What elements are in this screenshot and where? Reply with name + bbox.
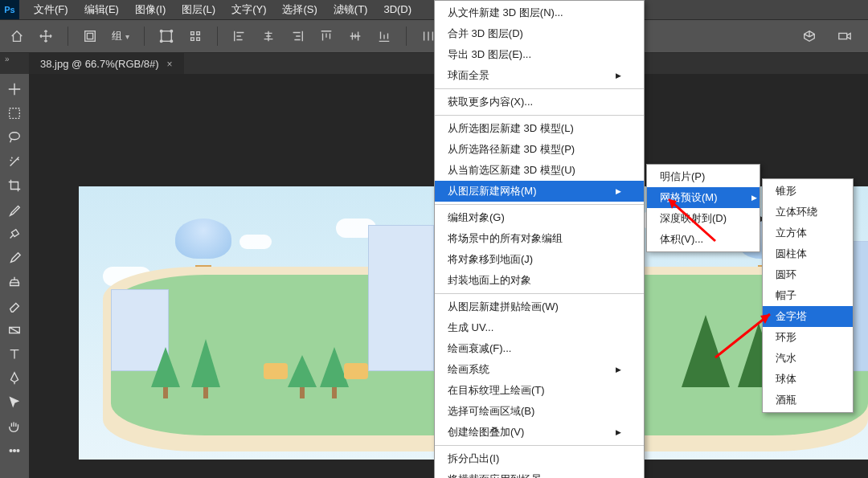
align-bottom-icon[interactable] xyxy=(377,29,391,43)
3d-menu-item-label: 选择可绘画区域(B) xyxy=(448,404,534,419)
3d-menu-item-19[interactable]: 绘画衰减(F)... xyxy=(435,338,644,359)
crop-tool[interactable] xyxy=(3,175,26,196)
mesh-submenu-item-2[interactable]: 深度映射到(D) xyxy=(647,208,760,229)
3d-menu-item-18[interactable]: 生成 UV... xyxy=(435,317,644,338)
document-tab[interactable]: 38.jpg @ 66.7%(RGB/8#) × xyxy=(29,53,184,76)
eraser-tool[interactable] xyxy=(3,296,26,317)
preset-submenu-item-6[interactable]: 金字塔 xyxy=(763,306,853,327)
3d-menu-item-20[interactable]: 绘画系统 xyxy=(435,359,644,380)
3d-menu-item-9[interactable]: 从当前选区新建 3D 模型(U) xyxy=(435,160,644,181)
align-center-h-icon[interactable] xyxy=(261,29,276,43)
move-icon[interactable] xyxy=(39,29,53,43)
clone-stamp-tool[interactable] xyxy=(3,272,26,292)
menu-file[interactable]: 文件(F) xyxy=(26,0,76,19)
3d-menu-item-label: 从图层新建网格(M) xyxy=(448,184,537,198)
menu-3d[interactable]: 3D(D) xyxy=(375,0,420,19)
gradient-tool[interactable] xyxy=(3,320,26,341)
autoselect-label: 组 xyxy=(112,29,122,43)
align-top-icon[interactable] xyxy=(319,29,334,43)
preset-submenu-item-label: 汽水 xyxy=(776,351,796,366)
preset-submenu-item-label: 锥形 xyxy=(776,184,796,198)
eyedropper-tool[interactable] xyxy=(3,199,26,220)
marquee-tool[interactable] xyxy=(3,103,26,124)
align-middle-v-icon[interactable] xyxy=(348,29,362,43)
separator xyxy=(217,27,218,46)
move-tool[interactable] xyxy=(3,79,26,100)
mesh-submenu-item-1[interactable]: 网格预设(M) xyxy=(647,187,760,208)
preset-submenu-item-3[interactable]: 圆柱体 xyxy=(763,243,853,264)
3d-menu-item-label: 在目标纹理上绘画(T) xyxy=(448,383,545,398)
menu-separator xyxy=(435,204,644,205)
autoselect-dropdown[interactable]: 组 xyxy=(112,29,129,43)
preset-submenu-item-0[interactable]: 锥形 xyxy=(763,181,853,202)
lasso-tool[interactable] xyxy=(3,127,26,148)
align-left-icon[interactable] xyxy=(232,29,247,43)
3d-menu-item-2[interactable]: 导出 3D 图层(E)... xyxy=(435,44,644,65)
preset-submenu-item-1[interactable]: 立体环绕 xyxy=(763,202,853,223)
preset-submenu-item-8[interactable]: 汽水 xyxy=(763,348,853,369)
preset-submenu-item-label: 圆柱体 xyxy=(776,247,807,261)
menu-layer[interactable]: 图层(L) xyxy=(174,0,223,19)
preset-submenu-item-2[interactable]: 立方体 xyxy=(763,223,853,243)
menu-select[interactable]: 选择(S) xyxy=(274,0,325,19)
3d-menu-item-label: 从当前选区新建 3D 模型(U) xyxy=(448,163,575,178)
healing-tool[interactable] xyxy=(3,223,26,244)
3d-menu-item-8[interactable]: 从所选路径新建 3D 模型(P) xyxy=(435,139,644,160)
mesh-submenu-item-3[interactable]: 体积(V)... xyxy=(647,229,760,250)
app-logo: Ps xyxy=(0,0,19,19)
type-tool[interactable] xyxy=(3,344,26,365)
preset-submenu-item-4[interactable]: 圆环 xyxy=(763,264,853,285)
3d-mode-icon[interactable] xyxy=(802,29,817,43)
menu-type[interactable]: 文字(Y) xyxy=(223,0,274,19)
more-tools[interactable] xyxy=(3,440,26,461)
3d-menu-item-label: 导出 3D 图层(E)... xyxy=(448,47,531,62)
home-icon[interactable] xyxy=(10,29,24,43)
hand-tool[interactable] xyxy=(3,416,26,437)
3d-menu-item-7[interactable]: 从所选图层新建 3D 模型(L) xyxy=(435,118,644,139)
preset-submenu-item-7[interactable]: 环形 xyxy=(763,327,853,348)
tools-panel xyxy=(0,74,29,478)
camera-icon[interactable] xyxy=(837,29,852,43)
auto-select-icon[interactable] xyxy=(83,29,97,43)
menu-separator xyxy=(435,445,644,446)
align-right-icon[interactable] xyxy=(290,29,305,43)
3d-menu-item-label: 将横截面应用到场景 xyxy=(448,472,542,478)
3d-menu-item-12[interactable]: 编组对象(G) xyxy=(435,207,644,228)
3d-menu-item-10[interactable]: 从图层新建网格(M) xyxy=(435,181,644,202)
3d-menu-item-17[interactable]: 从图层新建拼贴绘画(W) xyxy=(435,296,644,317)
mesh-preset-submenu: 锥形立体环绕立方体圆柱体圆环帽子金字塔环形汽水球体酒瓶 xyxy=(762,178,854,413)
menu-edit[interactable]: 编辑(E) xyxy=(76,0,127,19)
menu-image[interactable]: 图像(I) xyxy=(127,0,174,19)
3d-menu-item-15[interactable]: 封装地面上的对象 xyxy=(435,270,644,291)
preset-submenu-item-label: 环形 xyxy=(776,330,796,345)
3d-menu-item-25[interactable]: 拆分凸出(I) xyxy=(435,448,644,469)
separator xyxy=(406,27,407,46)
3d-menu-item-0[interactable]: 从文件新建 3D 图层(N)... xyxy=(435,2,644,23)
3d-menu-item-14[interactable]: 将对象移到地面(J) xyxy=(435,249,644,270)
path-selection-tool[interactable] xyxy=(3,392,26,413)
3d-menu-item-23[interactable]: 创建绘图叠加(V) xyxy=(435,422,644,443)
3d-menu-item-5[interactable]: 获取更多内容(X)... xyxy=(435,92,644,112)
menu-filter[interactable]: 滤镜(T) xyxy=(326,0,376,19)
3d-menu-item-13[interactable]: 将场景中的所有对象编组 xyxy=(435,228,644,249)
svg-point-12 xyxy=(17,450,19,452)
pen-tool[interactable] xyxy=(3,368,26,389)
transform-controls-icon[interactable] xyxy=(159,29,174,43)
brush-tool[interactable] xyxy=(3,247,26,268)
3d-menu-item-3[interactable]: 球面全景 xyxy=(435,65,644,86)
chevron-double-icon[interactable]: » xyxy=(5,55,10,63)
close-tab-button[interactable]: × xyxy=(167,53,173,76)
preset-submenu-item-5[interactable]: 帽子 xyxy=(763,285,853,306)
3d-menu-item-21[interactable]: 在目标纹理上绘画(T) xyxy=(435,380,644,401)
preset-submenu-item-10[interactable]: 酒瓶 xyxy=(763,390,853,411)
3d-menu-item-1[interactable]: 合并 3D 图层(D) xyxy=(435,23,644,44)
separator xyxy=(144,27,145,46)
align-icon[interactable] xyxy=(188,29,203,43)
3d-menu-item-label: 从文件新建 3D 图层(N)... xyxy=(448,6,563,20)
preset-submenu-item-9[interactable]: 球体 xyxy=(763,369,853,390)
svg-rect-2 xyxy=(162,31,172,42)
mesh-submenu-item-0[interactable]: 明信片(P) xyxy=(647,166,760,187)
magic-wand-tool[interactable] xyxy=(3,151,26,172)
3d-menu-item-26[interactable]: 将横截面应用到场景 xyxy=(435,469,644,478)
3d-menu-item-22[interactable]: 选择可绘画区域(B) xyxy=(435,401,644,422)
